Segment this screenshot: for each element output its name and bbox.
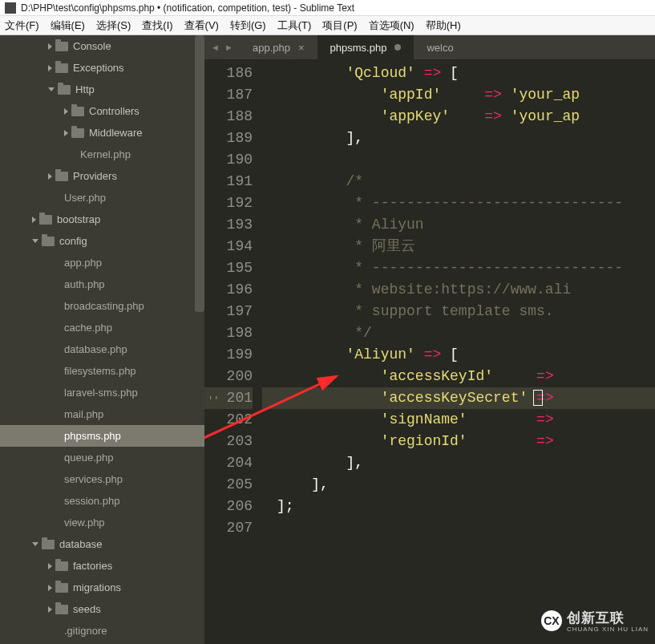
disclosure-right-icon[interactable] — [48, 585, 52, 591]
disclosure-down-icon[interactable] — [32, 542, 38, 546]
code-line[interactable]: * 阿里云 — [262, 236, 655, 257]
code-line[interactable]: 'accessKeySecret' => — [262, 387, 655, 409]
tree-folder[interactable]: bootstrap — [0, 209, 204, 230]
tree-folder[interactable]: Controllers — [0, 100, 204, 122]
menu-item[interactable]: 项目(P) — [322, 18, 357, 33]
menu-item[interactable]: 编辑(E) — [51, 18, 85, 33]
code-line[interactable]: 'appId' => 'your_ap — [262, 84, 655, 106]
folder-icon — [55, 605, 68, 614]
close-icon[interactable]: × — [298, 42, 305, 54]
tree-folder[interactable]: factories — [0, 555, 204, 577]
token-com: * 阿里云 — [346, 238, 414, 254]
token-pun — [415, 65, 424, 81]
disclosure-right-icon[interactable] — [48, 563, 52, 569]
token-pad — [493, 368, 536, 384]
code-line[interactable]: ], — [262, 452, 655, 474]
menu-bar: 文件(F)编辑(E)选择(S)查找(I)查看(V)转到(G)工具(T)项目(P)… — [0, 16, 655, 35]
disclosure-down-icon[interactable] — [32, 239, 38, 243]
disclosure-right-icon[interactable] — [32, 217, 36, 223]
code-line[interactable]: * Aliyun — [262, 214, 655, 236]
tab-prev-icon[interactable]: ◄ — [211, 43, 220, 52]
code-line[interactable] — [262, 517, 655, 539]
code-line[interactable]: 'appKey' => 'your_ap — [262, 106, 655, 128]
code-line[interactable]: * website:https://www.ali — [262, 279, 655, 301]
tree-folder[interactable]: seeds — [0, 598, 204, 620]
code-line[interactable]: /* — [262, 171, 655, 192]
tree-label: bootstrap — [57, 209, 100, 230]
tab[interactable]: phpsms.php — [317, 35, 414, 59]
menu-item[interactable]: 首选项(N) — [369, 18, 414, 33]
code-editor[interactable]: 1861871881891901911921931941951961971981… — [204, 59, 655, 644]
code-line[interactable]: 'regionId' => — [262, 431, 655, 452]
disclosure-right-icon[interactable] — [64, 108, 68, 115]
sidebar-scrollbar[interactable] — [195, 35, 204, 312]
token-pad — [277, 217, 346, 233]
tree-file[interactable]: app.php — [0, 252, 204, 273]
disclosure-right-icon[interactable] — [48, 606, 52, 613]
tree-file[interactable]: laravel-sms.php — [0, 382, 204, 403]
disclosure-down-icon[interactable] — [48, 87, 55, 91]
tree-folder[interactable]: Middleware — [0, 122, 204, 144]
tree-file[interactable]: auth.php — [0, 273, 204, 295]
tree-folder[interactable]: database — [0, 533, 204, 555]
code-line[interactable]: */ — [262, 322, 655, 344]
tree-label: seeds — [73, 598, 101, 620]
tree-folder[interactable]: config — [0, 230, 204, 252]
folder-icon — [55, 42, 68, 51]
disclosure-right-icon[interactable] — [64, 130, 68, 136]
tree-label: migrations — [73, 577, 121, 598]
tree-file[interactable]: User.php — [0, 187, 204, 209]
code-body[interactable]: 'Qcloud' => [ 'appId' => 'your_ap 'appKe… — [262, 59, 655, 644]
menu-item[interactable]: 查看(V) — [184, 18, 219, 33]
sidebar-tree: ConsoleExceptionsHttpControllersMiddlewa… — [0, 35, 204, 642]
menu-item[interactable]: 帮助(H) — [426, 18, 461, 33]
code-line[interactable]: 'signName' => — [262, 409, 655, 431]
menu-item[interactable]: 查找(I) — [142, 18, 172, 33]
token-pun: ]; — [277, 498, 294, 514]
tab[interactable]: welco — [414, 35, 459, 59]
tab-next-icon[interactable]: ► — [224, 43, 233, 52]
disclosure-right-icon[interactable] — [48, 43, 52, 50]
disclosure-right-icon[interactable] — [48, 173, 52, 180]
tree-folder[interactable]: Http — [0, 79, 204, 100]
code-line[interactable]: 'Qcloud' => [ — [262, 63, 655, 84]
tree-file[interactable]: services.php — [0, 468, 204, 490]
tree-file[interactable]: .gitignore — [0, 620, 204, 642]
code-line[interactable]: ], — [262, 128, 655, 149]
tree-file[interactable]: database.php — [0, 338, 204, 360]
menu-item[interactable]: 工具(T) — [277, 18, 312, 33]
disclosure-right-icon[interactable] — [48, 65, 52, 71]
code-line[interactable]: * ----------------------------- — [262, 192, 655, 214]
code-line[interactable] — [262, 149, 655, 171]
tab-nav[interactable]: ◄ ► — [204, 35, 240, 59]
code-line[interactable]: 'accessKeyId' => — [262, 366, 655, 387]
code-line[interactable]: * support template sms. — [262, 301, 655, 322]
tree-file[interactable]: mail.php — [0, 403, 204, 425]
token-pad — [277, 433, 381, 449]
tree-folder[interactable]: Providers — [0, 165, 204, 187]
code-line[interactable]: ]; — [262, 496, 655, 517]
tree-folder[interactable]: Exceptions — [0, 57, 204, 79]
tree-file[interactable]: view.php — [0, 512, 204, 533]
window-title-text: D:\PHP\test\config\phpsms.php • (notific… — [21, 2, 354, 14]
code-line[interactable]: ], — [262, 474, 655, 496]
tree-file[interactable]: Kernel.php — [0, 144, 204, 165]
code-line[interactable]: * ----------------------------- — [262, 257, 655, 279]
tree-file[interactable]: session.php — [0, 490, 204, 512]
tree-folder[interactable]: Console — [0, 35, 204, 57]
tree-file[interactable]: phpsms.php — [0, 425, 204, 447]
menu-item[interactable]: 文件(F) — [5, 18, 39, 33]
tree-folder[interactable]: migrations — [0, 577, 204, 598]
tab[interactable]: app.php× — [240, 35, 317, 59]
menu-item[interactable]: 转到(G) — [230, 18, 266, 33]
tree-file[interactable]: cache.php — [0, 317, 204, 338]
token-pad — [277, 130, 346, 146]
menu-item[interactable]: 选择(S) — [96, 18, 131, 33]
tree-file[interactable]: broadcasting.php — [0, 295, 204, 317]
code-line[interactable]: 'Aliyun' => [ — [262, 344, 655, 366]
token-com: * ----------------------------- — [346, 260, 623, 276]
sidebar[interactable]: ConsoleExceptionsHttpControllersMiddlewa… — [0, 35, 204, 644]
watermark-logo: CX — [541, 610, 562, 631]
tree-file[interactable]: filesystems.php — [0, 360, 204, 382]
tree-file[interactable]: queue.php — [0, 447, 204, 468]
